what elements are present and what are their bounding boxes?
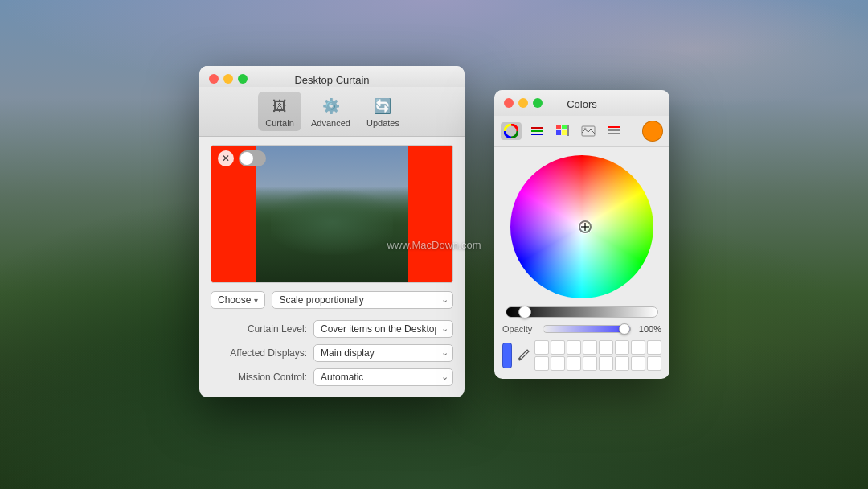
maximize-button[interactable] [238, 74, 248, 84]
colors-titlebar: Colors [494, 90, 669, 116]
colors-close-button[interactable] [504, 98, 514, 108]
brightness-slider-container [506, 306, 658, 318]
curtain-level-select[interactable]: Cover items on the Desktop [313, 320, 453, 338]
toolbar-item-advanced[interactable]: ⚙️ Advanced [305, 92, 357, 131]
mission-control-select-wrapper: Automatic [313, 368, 453, 386]
opacity-label: Opacity [502, 324, 538, 334]
curtain-label: Curtain [265, 118, 293, 128]
swatch-cell[interactable] [567, 356, 581, 371]
colors-window-title: Colors [567, 98, 597, 110]
swatch-cell[interactable] [647, 356, 661, 371]
colors-toolbar [494, 116, 669, 147]
svg-point-10 [584, 128, 587, 130]
toolbar-item-curtain[interactable]: 🖼 Curtain [258, 92, 301, 131]
scale-select-wrapper: Scale proportionally [272, 291, 453, 309]
swatch-cell[interactable] [647, 340, 661, 355]
brightness-track[interactable] [506, 306, 658, 318]
swatch-cell[interactable] [615, 340, 629, 355]
swatch-cell[interactable] [599, 356, 613, 371]
color-swatches-row [502, 340, 661, 371]
scale-select[interactable]: Scale proportionally [272, 291, 453, 309]
swatch-cell[interactable] [583, 356, 597, 371]
opacity-track[interactable] [542, 325, 631, 333]
curtain-level-select-wrapper: Cover items on the Desktop [313, 320, 453, 338]
selected-color-swatch[interactable] [502, 343, 512, 368]
swatch-cell[interactable] [599, 340, 613, 355]
curtain-right [408, 146, 452, 282]
color-wheel-container[interactable] [510, 155, 653, 298]
curtain-level-label: Curtain Level: [211, 323, 307, 335]
color-image-mode-btn[interactable] [578, 122, 599, 140]
swatch-cell[interactable] [534, 356, 549, 371]
affected-displays-label: Affected Displays: [211, 347, 307, 359]
eyedropper-button[interactable] [517, 345, 530, 366]
opacity-value: 100% [636, 324, 661, 334]
colors-window-buttons [504, 98, 542, 108]
color-pencil-mode-btn[interactable] [604, 122, 624, 140]
affected-displays-select[interactable]: Main display [313, 344, 453, 362]
mission-control-label: Mission Control: [211, 372, 307, 383]
affected-displays-row: Affected Displays: Main display [211, 344, 453, 362]
toggle-switch[interactable] [239, 150, 266, 166]
dropdown-row: Choose Scale proportionally [211, 291, 453, 309]
toolbar-item-updates[interactable]: 🔄 Updates [360, 92, 406, 131]
curtain-preview: ✕ [211, 145, 453, 283]
colors-content: Opacity 100% [494, 147, 669, 379]
choose-button[interactable]: Choose [211, 291, 265, 309]
color-wheel-cursor[interactable] [579, 220, 592, 233]
swatch-cell[interactable] [551, 340, 565, 355]
swatch-cell[interactable] [534, 340, 549, 355]
svg-rect-5 [562, 125, 567, 129]
color-wheel[interactable] [510, 155, 653, 298]
advanced-label: Advanced [311, 118, 350, 128]
preview-controls: ✕ [218, 150, 266, 166]
curtain-window-content: ✕ Choose Scale proportionally Curtain Le… [199, 137, 465, 397]
curtain-level-row: Curtain Level: Cover items on the Deskto… [211, 320, 453, 338]
current-color-display [642, 121, 663, 142]
updates-icon: 🔄 [371, 95, 394, 117]
swatch-cell[interactable] [615, 356, 629, 371]
curtain-icon: 🖼 [268, 95, 291, 117]
colors-minimize-button[interactable] [518, 98, 528, 108]
settings-rows: Curtain Level: Cover items on the Deskto… [211, 320, 453, 386]
preview-landscape [256, 146, 408, 282]
curtain-toolbar: 🖼 Curtain ⚙️ Advanced 🔄 Updates [199, 87, 465, 137]
minimize-button[interactable] [223, 74, 233, 84]
advanced-icon: ⚙️ [320, 95, 342, 117]
swatch-cell[interactable] [567, 340, 581, 355]
curtain-window: Desktop Curtain 🖼 Curtain ⚙️ Advanced 🔄 … [199, 66, 465, 397]
swatch-grid [534, 340, 661, 371]
colors-window: Colors [494, 90, 669, 379]
swatch-cell[interactable] [631, 340, 645, 355]
curtain-window-titlebar: Desktop Curtain [199, 66, 465, 87]
svg-rect-4 [556, 125, 561, 129]
curtain-window-title: Desktop Curtain [294, 74, 369, 91]
mission-control-row: Mission Control: Automatic [211, 368, 453, 386]
close-preview-button[interactable]: ✕ [218, 150, 234, 166]
curtain-window-buttons [209, 74, 248, 84]
color-palette-mode-btn[interactable] [552, 122, 573, 140]
color-sliders-mode-btn[interactable] [526, 122, 547, 140]
close-button[interactable] [209, 74, 219, 84]
affected-displays-select-wrapper: Main display [313, 344, 453, 362]
svg-rect-8 [567, 125, 569, 136]
swatch-cell[interactable] [583, 340, 597, 355]
mission-control-select[interactable]: Automatic [313, 368, 453, 386]
color-wheel-mode-btn[interactable] [501, 122, 522, 140]
svg-rect-6 [556, 130, 561, 135]
brightness-thumb[interactable] [518, 306, 531, 318]
opacity-thumb[interactable] [619, 323, 630, 335]
opacity-row: Opacity 100% [502, 324, 661, 334]
preview-inner: ✕ [211, 146, 452, 282]
updates-label: Updates [366, 118, 399, 128]
colors-maximize-button[interactable] [533, 98, 542, 108]
swatch-cell[interactable] [631, 356, 645, 371]
svg-rect-7 [562, 130, 567, 135]
swatch-cell[interactable] [551, 356, 565, 371]
